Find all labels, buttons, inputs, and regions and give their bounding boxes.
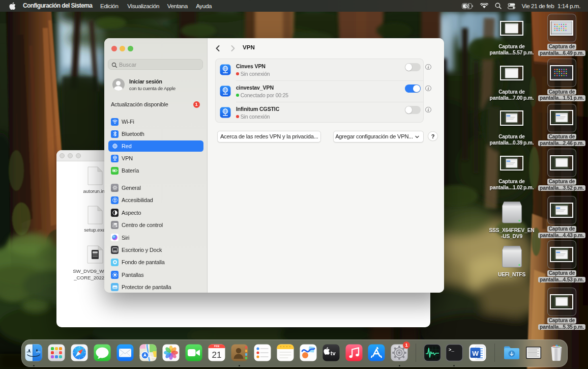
svg-text:FEB: FEB: [214, 345, 220, 348]
svg-text:tv: tv: [330, 350, 336, 356]
svg-text:>_: >_: [449, 348, 454, 353]
svg-text:W: W: [472, 349, 479, 357]
svg-text:21: 21: [212, 350, 221, 359]
